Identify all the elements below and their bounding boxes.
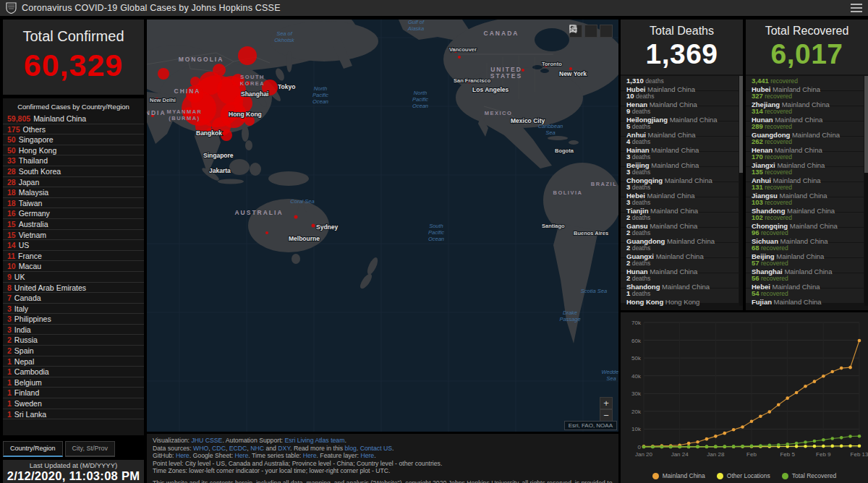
chart-data-point[interactable] [741, 425, 744, 429]
stat-row[interactable]: 10 deathsHenan Mainland China [621, 91, 739, 106]
stat-row[interactable]: 102 recoveredChongqing Mainland China [746, 213, 864, 227]
chart-data-point[interactable] [804, 445, 807, 448]
country-row[interactable]: 2Spain [3, 346, 144, 356]
chart-data-point[interactable] [678, 445, 681, 449]
chart-data-point[interactable] [830, 437, 834, 440]
chart-data-point[interactable] [813, 440, 817, 443]
chart-data-point[interactable] [714, 435, 718, 438]
stat-row[interactable]: 9 deathsHeilongjiang Mainland China [621, 106, 739, 121]
country-row[interactable]: 59,805Mainland China [3, 114, 144, 124]
country-row[interactable]: 9UK [3, 272, 144, 283]
chart-data-point[interactable] [660, 445, 664, 449]
chart-data-point[interactable] [786, 396, 789, 400]
chart-data-point[interactable] [830, 370, 834, 374]
stat-row[interactable]: 170 recoveredJiangxi Mainland China [746, 152, 864, 166]
chart-data-point[interactable] [705, 437, 709, 441]
chart-data-point[interactable] [804, 440, 807, 444]
chart-data-point[interactable] [848, 366, 852, 369]
case-bubble[interactable] [221, 129, 232, 141]
country-row[interactable]: 18Taiwan [3, 198, 144, 209]
chart-data-point[interactable] [759, 414, 762, 418]
stat-row[interactable]: 3 deathsTianjin Mainland China [621, 197, 739, 212]
stat-row[interactable]: 56 recoveredHebei Mainland China [746, 273, 864, 288]
stat-row[interactable]: 327 recoveredZhejiang Mainland China [746, 91, 864, 106]
chart-data-point[interactable] [732, 428, 736, 432]
country-row[interactable]: 8United Arab Emirates [3, 283, 144, 294]
stat-row[interactable]: 103 recoveredShandong Mainland China [746, 197, 864, 212]
zoom-out-button[interactable]: − [600, 409, 613, 422]
chart-data-point[interactable] [858, 435, 861, 438]
stat-row[interactable]: 2 deathsShandong Mainland China [621, 273, 739, 288]
chart-data-point[interactable] [750, 419, 754, 423]
legend-icon[interactable] [584, 25, 597, 38]
chart-data-point[interactable] [795, 442, 799, 445]
chart-data-point[interactable] [830, 445, 834, 448]
chart-data-point[interactable] [858, 339, 861, 343]
case-bubble[interactable] [294, 215, 298, 219]
credit-link[interactable]: Here [176, 452, 190, 459]
chart-data-point[interactable] [768, 444, 772, 448]
tab-country-region[interactable]: Country/Region [3, 441, 63, 457]
country-row[interactable]: 28South Korea [3, 166, 144, 177]
credit-link[interactable]: CDC [212, 445, 226, 452]
hamburger-menu-icon[interactable] [851, 4, 862, 12]
case-bubble[interactable] [158, 68, 169, 80]
chart-data-point[interactable] [795, 445, 799, 448]
stat-row[interactable]: 3 deathsHebei Mainland China [621, 182, 739, 197]
recovered-scrollbar[interactable] [864, 76, 868, 306]
chart-data-point[interactable] [848, 444, 852, 448]
chart-data-point[interactable] [687, 445, 691, 449]
country-row[interactable]: 3Italy [3, 304, 144, 315]
chart-data-point[interactable] [813, 445, 817, 448]
credit-link[interactable]: Here [235, 452, 249, 459]
country-row[interactable]: 175Others [3, 124, 144, 135]
credit-link[interactable]: Contact US [360, 445, 392, 452]
chart-data-point[interactable] [822, 438, 825, 442]
chart-data-point[interactable] [840, 445, 843, 448]
case-bubble[interactable] [458, 56, 461, 59]
stat-row[interactable]: 57 recoveredShanghai Mainland China [746, 258, 864, 273]
chart-data-point[interactable] [642, 445, 646, 449]
credit-link[interactable]: NHC [250, 445, 264, 452]
chart-data-point[interactable] [723, 445, 726, 448]
chart-data-point[interactable] [840, 436, 843, 440]
credit-link[interactable]: Esri Living Atlas team [284, 437, 344, 444]
stat-row[interactable]: 135 recoveredAnhui Mainland China [746, 167, 864, 181]
credit-link[interactable]: WHO [193, 445, 208, 452]
stat-row[interactable]: 5 deathsAnhui Mainland China [621, 121, 739, 136]
chart-data-point[interactable] [705, 445, 709, 448]
zoom-in-button[interactable]: + [600, 397, 613, 409]
credit-link[interactable]: Here [303, 452, 317, 459]
chart-data-point[interactable] [777, 443, 780, 447]
chart-data-point[interactable] [651, 445, 655, 449]
chart-data-point[interactable] [786, 443, 789, 446]
chart-data-point[interactable] [687, 442, 691, 445]
country-row[interactable]: 50Singapore [3, 134, 144, 145]
country-row[interactable]: 10Macau [3, 261, 144, 272]
basemap-icon[interactable] [600, 25, 613, 38]
stat-row[interactable]: 96 recoveredSichuan Mainland China [746, 228, 864, 242]
tab-city-stprov[interactable]: City, St/Prov [65, 441, 115, 457]
chart-data-point[interactable] [848, 435, 852, 438]
country-row[interactable]: 7Canada [3, 293, 144, 304]
chart-data-point[interactable] [732, 445, 736, 448]
country-row[interactable]: 2Russia [3, 335, 144, 346]
chart-data-point[interactable] [750, 445, 754, 448]
chart-data-point[interactable] [804, 385, 807, 388]
credit-link[interactable]: JHU CSSE [191, 437, 222, 444]
stat-row[interactable]: 1,310 deathsHubei Mainland China [621, 76, 739, 90]
country-row[interactable]: 1Nepal [3, 356, 144, 367]
map-canvas[interactable]: MONGOLIACHINASOUTHKOREAINDIAMYANMAR(BURM… [147, 20, 618, 432]
credit-link[interactable]: ECDC [229, 445, 247, 452]
stat-row[interactable]: 131 recoveredJiangsu Mainland China [746, 182, 864, 197]
stat-row[interactable]: 54 recoveredFujian Mainland China [746, 288, 864, 303]
chart-data-point[interactable] [840, 367, 843, 370]
country-row[interactable]: 33Thailand [3, 155, 144, 166]
stat-row[interactable]: 4 deathsHainan Mainland China [621, 137, 739, 151]
country-row[interactable]: 1Cambodia [3, 367, 144, 377]
chart-data-point[interactable] [741, 445, 744, 448]
case-bubble[interactable] [312, 224, 315, 228]
chart-data-point[interactable] [696, 445, 699, 449]
chart-data-point[interactable] [669, 445, 673, 449]
legend-item[interactable]: Total Recovered [782, 472, 836, 479]
